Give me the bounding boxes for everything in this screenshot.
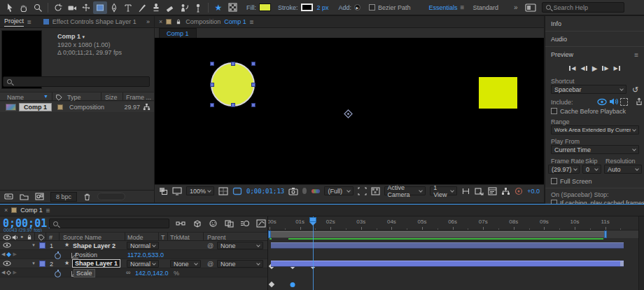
work-area-bar[interactable] [270, 231, 606, 237]
selection-handle[interactable] [231, 103, 235, 107]
magnification-dropdown[interactable]: 100% [186, 186, 214, 195]
stroke-swatch[interactable] [301, 4, 313, 11]
selection-handle[interactable] [210, 103, 214, 107]
label-column-icon[interactable] [55, 94, 62, 101]
eraser-tool[interactable] [163, 1, 177, 14]
video-column-icon[interactable] [3, 235, 11, 240]
selection-handle[interactable] [231, 62, 235, 66]
column-frame-rate[interactable]: Frame ... [126, 94, 151, 101]
project-row-comp1[interactable]: Comp 1 Composition 29.97 [0, 102, 154, 112]
selection-handle[interactable] [251, 83, 255, 87]
draft-3d-icon[interactable] [191, 219, 202, 228]
close-tab-icon[interactable]: × [159, 18, 162, 25]
preview-panel-menu-icon[interactable]: ≡ [634, 51, 638, 59]
timeline-search-input[interactable] [61, 220, 165, 227]
new-composition-icon[interactable] [35, 193, 44, 200]
layer-row-shape-layer-2[interactable]: ▼ 1 ★ Shape Layer 2 Normal @ None [0, 241, 267, 250]
clone-stamp-tool[interactable] [149, 1, 163, 14]
fast-previews-icon[interactable] [475, 187, 484, 195]
range-dropdown[interactable]: Work Area Extended By Current... [551, 125, 639, 134]
lock-icon[interactable] [175, 18, 182, 25]
tool-creates-shape-button[interactable]: ★ [211, 1, 225, 14]
layer-out-handle[interactable] [620, 261, 624, 266]
frame-rate-dropdown[interactable]: (29.97) [548, 165, 580, 174]
pan-behind-tool[interactable] [79, 1, 93, 14]
playhead-line[interactable] [313, 216, 314, 290]
puppet-pin-tool[interactable] [191, 1, 205, 14]
layer2-parent-dropdown[interactable]: None [217, 242, 263, 249]
zoom-tool[interactable] [31, 1, 45, 14]
layer-row-shape-layer-1[interactable]: ▼ 2 ★ Shape Layer 1 Normal None @ None [0, 259, 267, 268]
fill-swatch[interactable] [259, 4, 271, 11]
keyframe-circle[interactable] [290, 282, 295, 287]
essentials-menu-icon[interactable]: ≡ [461, 4, 465, 11]
timeline-search-box[interactable] [49, 219, 169, 228]
column-type[interactable]: Type [67, 94, 81, 101]
composition-viewer[interactable] [155, 38, 544, 184]
layer-color-swatch[interactable] [39, 242, 46, 249]
search-help-box[interactable] [542, 2, 624, 13]
comp-subtab[interactable]: Comp 1 [159, 28, 197, 38]
show-channel-icon[interactable] [311, 188, 320, 195]
timeline-panel-menu-icon[interactable]: ≡ [46, 207, 50, 214]
tab-overflow-icon[interactable]: » [146, 18, 150, 25]
timeline-close-icon[interactable]: × [4, 207, 8, 214]
camera-tool[interactable] [65, 1, 79, 14]
new-folder-icon[interactable] [20, 193, 29, 200]
reset-shortcut-icon[interactable]: ↺ [632, 85, 638, 95]
project-search-box[interactable] [3, 76, 150, 87]
stroke-label[interactable]: Stroke: [278, 4, 298, 11]
selection-handle[interactable] [251, 62, 255, 66]
tab-composition-label[interactable]: Composition [186, 18, 220, 25]
preview-resolution-dropdown[interactable]: Auto [604, 165, 642, 174]
motion-blur-toggle-icon[interactable] [239, 219, 251, 228]
include-video-icon[interactable] [597, 98, 607, 106]
index-column[interactable]: # [49, 234, 52, 241]
layer-bar-shape-layer-2[interactable] [271, 242, 624, 249]
main-viewer-icon[interactable] [172, 187, 182, 195]
camera-dropdown[interactable]: Active Camera [384, 186, 426, 195]
comp-current-time[interactable]: 0;00;01;13 [246, 188, 284, 195]
position-stopwatch-icon[interactable] [55, 253, 61, 259]
first-frame-button[interactable]: ◀ [569, 65, 575, 71]
work-area-start-handle[interactable] [268, 230, 271, 238]
solo-column-icon[interactable]: ● [20, 234, 23, 239]
rectangle-shape[interactable] [479, 77, 517, 109]
project-panel-menu-icon[interactable]: ≡ [27, 18, 31, 26]
comp-flowchart-icon[interactable] [501, 187, 510, 195]
layer-bar-shape-layer-1[interactable] [271, 261, 624, 267]
workspace-tab-standard[interactable]: Standard [472, 4, 498, 11]
column-parent[interactable]: Parent [207, 234, 226, 241]
column-name[interactable]: Name [7, 94, 24, 101]
layer-disclosure-icon[interactable]: ▼ [31, 243, 36, 247]
rectangle-tool[interactable] [93, 1, 107, 14]
snapshot-icon[interactable] [288, 187, 298, 195]
column-size[interactable]: Size [105, 94, 118, 101]
always-preview-icon[interactable] [159, 187, 168, 195]
composition-panel-menu-icon[interactable]: ≡ [250, 18, 254, 26]
resolution-dropdown[interactable]: (Full) [324, 186, 353, 195]
time-ruler[interactable]: 0:00s01s02s03s04s05s06s07s08s09s10s11s [268, 216, 638, 230]
timeline-graph-area[interactable]: 0:00s01s02s03s04s05s06s07s08s09s10s11s [268, 216, 638, 290]
shortcut-dropdown[interactable]: Spacebar [551, 85, 626, 94]
workspace-overflow-icon[interactable]: » [514, 4, 518, 11]
exposure-value[interactable]: +0.0 [527, 188, 540, 195]
column-mode[interactable]: Mode [127, 234, 144, 241]
include-overlays-icon[interactable] [620, 98, 628, 106]
brush-tool[interactable] [135, 1, 149, 14]
label-color-swatch[interactable] [57, 104, 63, 110]
show-snapshot-icon[interactable] [302, 188, 307, 194]
safe-margins-icon[interactable] [218, 187, 228, 195]
layer1-parent-dropdown[interactable]: None [217, 260, 263, 268]
transparency-grid-icon[interactable] [371, 187, 380, 195]
stroke-width-value[interactable]: 2 px [317, 4, 329, 11]
add-shape-property-button[interactable]: ▶ [354, 4, 360, 11]
timeline-right-strip[interactable] [638, 216, 644, 290]
layer-disclosure-icon[interactable]: ▼ [31, 261, 36, 265]
preview-panel-header[interactable]: Preview ≡ [545, 47, 644, 62]
type-tool[interactable] [121, 1, 135, 14]
selection-handle[interactable] [210, 62, 214, 66]
constrain-proportions-icon[interactable]: ∞ [126, 269, 130, 276]
audio-panel-header[interactable]: Audio [545, 32, 644, 47]
toggle-mask-visibility-icon[interactable] [232, 187, 242, 195]
